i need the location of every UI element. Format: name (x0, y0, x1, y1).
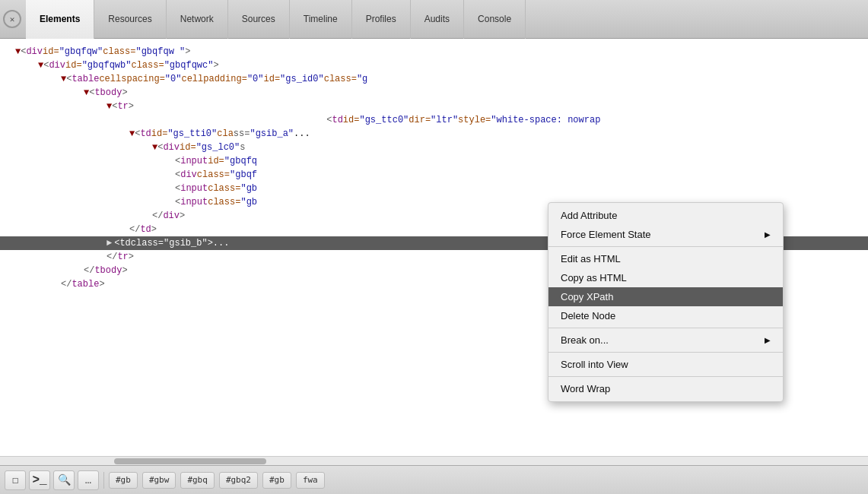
submenu-arrow-icon: ▶ (765, 336, 771, 344)
tree-line[interactable]: ▼ <tbody> (0, 86, 868, 100)
breadcrumb-gbw[interactable]: #gbw (142, 472, 176, 489)
tab-network[interactable]: Network (167, 0, 228, 39)
tree-line[interactable]: ▼ <div id="gbqfqwb" class="gbqfqwc" > (0, 59, 868, 72)
tree-line[interactable]: ▼ <td id="gs_tti0" class="gsib_a"... (0, 127, 868, 141)
ctx-copy-as-html[interactable]: Copy as HTML (548, 268, 783, 287)
breadcrumb-fwa[interactable]: fwa (296, 472, 325, 489)
tab-profiles[interactable]: Profiles (352, 0, 411, 39)
tree-line[interactable]: ▼ <div id="gbqfqw" class="gbqfqw " > (0, 45, 868, 59)
tab-bar: ✕ Elements Resources Network Sources Tim… (0, 0, 868, 39)
ctx-delete-node[interactable]: Delete Node (548, 306, 783, 325)
ctx-word-wrap[interactable]: Word Wrap (548, 379, 783, 398)
scrollbar-thumb[interactable] (114, 458, 266, 464)
breadcrumb-gb2[interactable]: #gb (262, 472, 291, 489)
tab-console[interactable]: Console (464, 0, 526, 39)
search-button[interactable]: 🔍 (53, 470, 75, 490)
horizontal-scrollbar[interactable] (0, 456, 868, 465)
ctx-separator (548, 328, 783, 328)
ctx-copy-xpath[interactable]: Copy XPath (548, 287, 783, 306)
main-panel: ▼ <div id="gbqfqw" class="gbqfqw " > ▼ <… (0, 39, 868, 465)
tab-audits[interactable]: Audits (411, 0, 464, 39)
ctx-scroll-into-view[interactable]: Scroll into View (548, 355, 783, 374)
context-menu: Add Attribute Force Element State ▶ Edit… (548, 202, 784, 402)
inspect-button[interactable]: ☐ (5, 470, 26, 490)
tree-line[interactable]: ▼ <table cellspacing="0" cellpadding="0"… (0, 72, 868, 86)
toolbar-divider (103, 472, 104, 489)
bottom-toolbar: ☐ >_ 🔍 … #gb #gbw #gbq #gbq2 #gb fwa (0, 465, 868, 494)
submenu-arrow-icon: ▶ (765, 230, 771, 239)
breadcrumb-gbq2[interactable]: #gbq2 (219, 472, 258, 489)
tree-line[interactable]: ▼ <div id="gs_lc0" s (0, 141, 868, 154)
tab-timeline[interactable]: Timeline (290, 0, 352, 39)
tree-line[interactable]: <td id="gs_ttc0" dir="ltr" style="white-… (0, 113, 868, 127)
more-button[interactable]: … (78, 470, 99, 490)
breadcrumb-gb[interactable]: #gb (109, 472, 138, 489)
ctx-break-on[interactable]: Break on... ▶ (548, 331, 783, 350)
ctx-separator (548, 246, 783, 247)
close-button[interactable]: ✕ (3, 10, 21, 28)
tree-line[interactable]: <div class="gbqf (0, 168, 868, 182)
tree-line[interactable]: <input class="gb (0, 182, 868, 195)
ctx-edit-as-html[interactable]: Edit as HTML (548, 249, 783, 268)
console-button[interactable]: >_ (29, 470, 50, 490)
tree-line[interactable]: <input id="gbqfq (0, 154, 868, 168)
tab-resources[interactable]: Resources (94, 0, 166, 39)
tab-sources[interactable]: Sources (228, 0, 290, 39)
ctx-separator (548, 352, 783, 353)
tree-line[interactable]: ▼ <tr> (0, 100, 868, 113)
ctx-add-attribute[interactable]: Add Attribute (548, 206, 783, 225)
ctx-force-element-state[interactable]: Force Element State ▶ (548, 225, 783, 244)
tab-elements[interactable]: Elements (26, 0, 94, 39)
ctx-separator (548, 376, 783, 377)
breadcrumb-gbq[interactable]: #gbq (180, 472, 215, 489)
